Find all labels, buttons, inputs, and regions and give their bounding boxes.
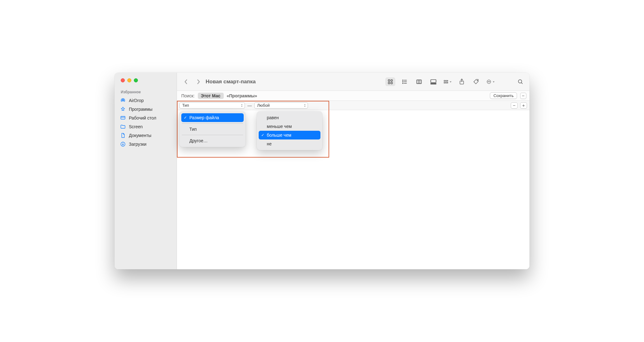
nav-forward-button[interactable] [196,79,201,85]
rule-value-select[interactable]: Любой [254,102,308,109]
rule-attribute-value: Тип [182,103,189,108]
svg-point-0 [122,100,124,101]
svg-rect-11 [431,80,436,82]
attribute-dropdown: Размер файла Тип Другое… [179,111,246,147]
svg-rect-3 [388,80,390,81]
svg-point-25 [488,81,488,82]
svg-point-8 [402,81,403,82]
dropdown-item-file-size[interactable]: Размер файла [181,113,244,122]
sidebar-item-label: AirDrop [129,98,144,103]
close-window-button[interactable] [121,78,125,82]
column-view-button[interactable] [414,77,424,86]
dropdown-separator [182,123,243,124]
chevron-updown-icon [241,104,243,107]
actions-menu-button[interactable] [486,78,495,86]
svg-rect-17 [446,80,446,81]
svg-rect-19 [444,82,445,83]
svg-rect-20 [446,82,446,83]
svg-point-9 [402,83,403,84]
document-icon [120,133,126,138]
scope-this-mac[interactable]: Этот Mac [198,93,224,99]
share-button[interactable] [458,78,466,86]
sidebar-item-screen[interactable]: Screen [115,122,177,131]
save-search-button[interactable]: Сохранить [490,92,517,99]
search-label: Поиск: [181,93,195,98]
airdrop-icon [120,98,126,103]
finder-window: Избранное AirDrop Программы Рабочий стол [115,73,529,269]
svg-rect-15 [436,83,436,84]
dropdown-item-kind[interactable]: Тип [181,125,244,134]
downloads-icon [120,141,126,147]
folder-icon [120,124,126,129]
svg-rect-12 [431,83,432,84]
rule-row: Тип — Любой − + [177,101,529,110]
minimize-window-button[interactable] [127,78,131,82]
sidebar-item-label: Рабочий стол [129,115,156,120]
sidebar-section-label: Избранное [115,89,177,96]
svg-rect-13 [432,83,433,84]
comparator-dropdown: равен меньше чем больше чем не [257,111,322,150]
toolbar: Новая смарт-папка [177,73,529,91]
group-by-button[interactable] [443,78,451,86]
svg-point-27 [490,81,490,82]
svg-point-7 [402,80,403,81]
remove-search-button[interactable]: − [520,93,526,99]
dropdown-separator [182,135,243,135]
rule-attribute-select[interactable]: Тип [179,102,245,109]
window-title: Новая смарт-папка [206,79,256,85]
svg-rect-1 [121,116,125,119]
remove-rule-button[interactable]: − [511,102,518,109]
dropdown-item-less-than[interactable]: меньше чем [259,122,320,131]
svg-rect-6 [391,82,393,84]
svg-rect-10 [417,80,422,84]
sidebar-item-downloads[interactable]: Загрузки [115,140,177,149]
tags-button[interactable] [472,78,480,86]
main-pane: Новая смарт-папка [177,73,529,269]
desktop-icon [120,115,126,121]
icon-view-button[interactable] [385,77,395,86]
sidebar: Избранное AirDrop Программы Рабочий стол [115,73,177,269]
rules-area: Тип — Любой − + [177,101,529,269]
search-scope-bar: Поиск: Этот Mac «Программы» Сохранить − [177,91,529,101]
sidebar-item-label: Screen [129,124,143,129]
fullscreen-window-button[interactable] [134,78,138,82]
rule-dash: — [247,103,252,108]
nav-back-button[interactable] [184,79,188,85]
svg-rect-5 [388,82,390,84]
add-rule-button[interactable]: + [520,102,527,109]
sidebar-item-apps[interactable]: Программы [115,105,177,114]
sidebar-item-desktop[interactable]: Рабочий стол [115,114,177,122]
svg-point-23 [477,80,478,81]
view-mode-group [385,77,438,86]
sidebar-item-label: Документы [129,133,151,138]
dropdown-item-greater-than[interactable]: больше чем [259,131,320,139]
svg-rect-14 [434,83,435,84]
svg-rect-21 [447,82,448,83]
svg-rect-4 [391,80,393,81]
dropdown-item-not[interactable]: не [259,139,320,148]
sidebar-item-documents[interactable]: Документы [115,131,177,140]
svg-point-26 [489,81,489,82]
window-controls [115,78,177,82]
apps-icon [120,106,126,112]
chevron-updown-icon [304,104,306,107]
search-button[interactable] [516,78,524,86]
list-view-button[interactable] [400,77,410,86]
sidebar-item-label: Программы [129,107,153,112]
dropdown-item-other[interactable]: Другое… [181,136,244,145]
rule-value-text: Любой [257,103,270,108]
sidebar-item-airdrop[interactable]: AirDrop [115,96,177,105]
svg-rect-16 [444,80,445,81]
gallery-view-button[interactable] [428,77,438,86]
dropdown-item-equals[interactable]: равен [259,113,320,122]
sidebar-item-label: Загрузки [129,142,146,147]
svg-rect-18 [447,80,448,81]
scope-applications[interactable]: «Программы» [227,93,257,98]
